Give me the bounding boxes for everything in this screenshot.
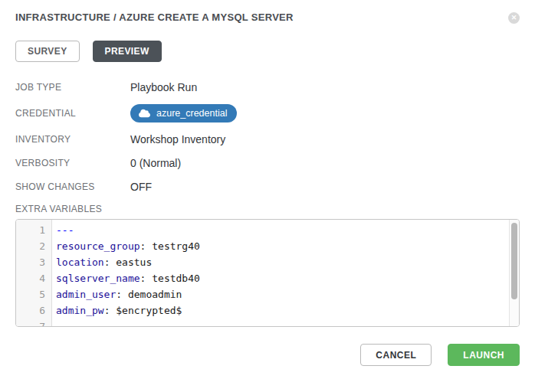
yaml-value: : $encrypted$ <box>104 305 182 316</box>
detail-row-show-changes: SHOW CHANGESOFF <box>15 180 520 194</box>
close-icon[interactable]: ✕ <box>508 12 520 24</box>
detail-row-inventory: INVENTORYWorkshop Inventory <box>15 132 520 146</box>
detail-label-verbosity: VERBOSITY <box>15 158 130 168</box>
detail-value-job-type: Playbook Run <box>130 81 197 93</box>
editor-scrollbar[interactable] <box>509 220 519 326</box>
yaml-doc-separator: --- <box>56 224 74 236</box>
yaml-key: admin_pw <box>56 305 104 316</box>
code-line: --- <box>56 222 519 238</box>
detail-label-job-type: JOB TYPE <box>15 82 130 93</box>
tab-survey[interactable]: SURVEY <box>15 41 80 62</box>
detail-value-verbosity: 0 (Normal) <box>130 157 181 169</box>
code-line: location: eastus <box>56 254 519 270</box>
job-launch-preview-modal: INFRASTRUCTURE / AZURE CREATE A MYSQL SE… <box>0 0 535 392</box>
credential-badge[interactable]: azure_credential <box>130 104 237 122</box>
cloud-icon <box>139 109 150 118</box>
editor-line-numbers: 1234567 <box>16 220 52 326</box>
code-line <box>56 318 519 327</box>
line-number: 7 <box>16 318 45 327</box>
yaml-value: : testdb40 <box>140 273 200 284</box>
line-number: 1 <box>16 222 45 238</box>
yaml-key: resource_group <box>56 240 140 252</box>
detail-row-job-type: JOB TYPEPlaybook Run <box>15 80 520 94</box>
line-number: 6 <box>16 302 45 318</box>
extra-variables-editor[interactable]: 1234567 ---resource_group: testrg40locat… <box>15 219 520 327</box>
code-line: sqlserver_name: testdb40 <box>56 270 519 286</box>
extra-variables-label: EXTRA VARIABLES <box>15 204 520 214</box>
line-number: 3 <box>16 254 45 270</box>
tab-bar: SURVEYPREVIEW <box>15 41 520 62</box>
detail-label-credential: CREDENTIAL <box>15 108 130 119</box>
cancel-button[interactable]: CANCEL <box>360 344 432 366</box>
yaml-value: : eastus <box>104 256 153 268</box>
launch-button[interactable]: LAUNCH <box>448 344 520 366</box>
yaml-value: : demoadmin <box>116 289 182 300</box>
line-number: 5 <box>16 286 45 302</box>
line-number: 2 <box>16 238 45 254</box>
modal-footer: CANCEL LAUNCH <box>15 344 520 366</box>
detail-label-inventory: INVENTORY <box>15 134 130 145</box>
code-line: admin_user: demoadmin <box>56 286 519 302</box>
yaml-value: : testrg40 <box>140 240 200 252</box>
editor-scrollbar-thumb[interactable] <box>511 223 517 299</box>
tab-preview[interactable]: PREVIEW <box>93 41 162 62</box>
job-details: JOB TYPEPlaybook RunCREDENTIALazure_cred… <box>15 80 520 194</box>
detail-value-inventory: Workshop Inventory <box>130 133 225 145</box>
detail-row-verbosity: VERBOSITY0 (Normal) <box>15 156 520 170</box>
modal-header: INFRASTRUCTURE / AZURE CREATE A MYSQL SE… <box>15 0 520 24</box>
yaml-key: admin_user <box>56 289 116 300</box>
editor-code[interactable]: ---resource_group: testrg40location: eas… <box>52 220 519 326</box>
code-line: admin_pw: $encrypted$ <box>56 302 519 318</box>
yaml-key: location <box>56 256 104 268</box>
detail-value-show-changes: OFF <box>130 181 152 193</box>
yaml-key: sqlserver_name <box>56 273 140 284</box>
detail-row-credential: CREDENTIALazure_credential <box>15 104 520 122</box>
modal-title: INFRASTRUCTURE / AZURE CREATE A MYSQL SE… <box>15 11 294 23</box>
line-number: 4 <box>16 270 45 286</box>
detail-label-show-changes: SHOW CHANGES <box>15 181 130 192</box>
credential-badge-label: azure_credential <box>156 108 227 119</box>
code-line: resource_group: testrg40 <box>56 238 519 254</box>
extra-variables-section: EXTRA VARIABLES 1234567 ---resource_grou… <box>15 204 520 327</box>
